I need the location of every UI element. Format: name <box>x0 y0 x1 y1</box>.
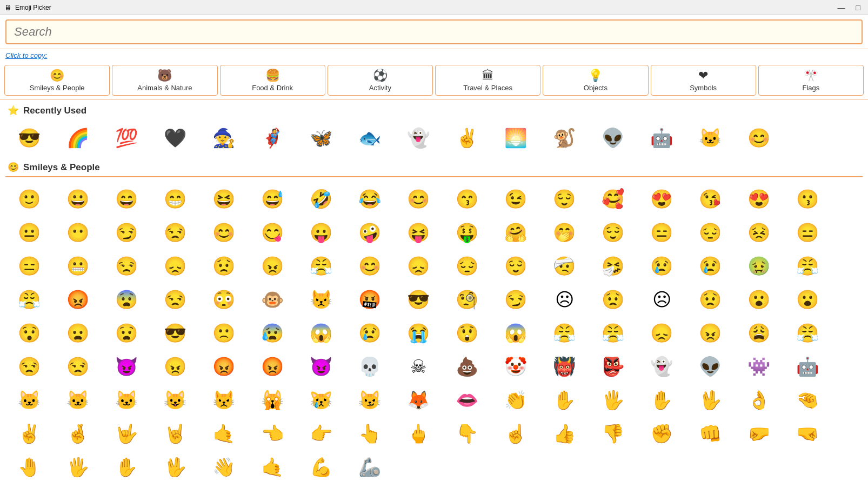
emoji-cell[interactable]: 😛 <box>297 216 345 249</box>
emoji-cell[interactable]: 😾 <box>297 283 345 316</box>
emoji-cell[interactable]: 😡 <box>54 283 102 316</box>
emoji-cell[interactable]: 😦 <box>54 317 102 349</box>
emoji-cell[interactable]: 😡 <box>249 350 296 383</box>
emoji-cell[interactable]: 💪 <box>297 451 345 483</box>
category-tab-smileys[interactable]: 😊Smileys & People <box>4 65 110 96</box>
emoji-cell[interactable]: 😮 <box>735 283 783 316</box>
emoji-cell[interactable]: 😉 <box>492 183 539 215</box>
emoji-cell[interactable]: 😔 <box>686 216 734 249</box>
emoji-cell[interactable]: 😑 <box>5 250 53 282</box>
emoji-cell[interactable]: 😯 <box>5 317 53 349</box>
emoji-cell[interactable]: 😢 <box>686 250 734 282</box>
emoji-cell[interactable]: 🥰 <box>589 183 637 215</box>
emoji-cell[interactable]: 🧙 <box>200 122 248 154</box>
emoji-cell[interactable]: 😶 <box>54 216 102 249</box>
emoji-cell[interactable]: 😟 <box>589 283 637 316</box>
emoji-cell[interactable]: 👏 <box>492 384 539 416</box>
emoji-cell[interactable]: ✊ <box>638 417 685 450</box>
emoji-cell[interactable]: ☹ <box>540 283 588 316</box>
emoji-cell[interactable]: 🦊 <box>395 384 442 416</box>
emoji-cell[interactable]: 😆 <box>200 183 248 215</box>
emoji-cell[interactable]: 💀 <box>346 350 393 383</box>
category-tab-symbols[interactable]: ❤Symbols <box>651 65 756 96</box>
category-tab-animals[interactable]: 🐻Animals & Nature <box>112 65 217 96</box>
emoji-cell[interactable]: ☹ <box>638 283 685 316</box>
emoji-cell[interactable]: 😎 <box>151 317 199 349</box>
emoji-cell[interactable]: 😳 <box>200 283 248 316</box>
emoji-cell[interactable]: 😱 <box>297 317 345 349</box>
emoji-cell[interactable]: 🐟 <box>346 122 393 154</box>
emoji-cell[interactable]: 🤢 <box>735 250 783 282</box>
emoji-cell[interactable]: 👉 <box>297 417 345 450</box>
emoji-cell[interactable]: 😰 <box>249 317 296 349</box>
emoji-cell[interactable]: 😠 <box>151 350 199 383</box>
emoji-cell[interactable]: ✋ <box>540 384 588 416</box>
emoji-cell[interactable]: 😠 <box>249 250 296 282</box>
emoji-cell[interactable]: 😒 <box>103 250 150 282</box>
emoji-cell[interactable]: 😀 <box>54 183 102 215</box>
emoji-cell[interactable]: ☝ <box>492 417 539 450</box>
emoji-cell[interactable]: 🖤 <box>151 122 199 154</box>
emoji-cell[interactable]: 😍 <box>638 183 685 215</box>
emoji-cell[interactable]: 🤭 <box>540 216 588 249</box>
emoji-cell[interactable]: 🖐 <box>589 384 637 416</box>
emoji-cell[interactable]: 🙂 <box>5 183 53 215</box>
emoji-cell[interactable]: 😊 <box>346 250 393 282</box>
emoji-cell[interactable]: 😊 <box>395 183 442 215</box>
emoji-cell[interactable]: 😎 <box>5 122 53 154</box>
emoji-cell[interactable]: 🤘 <box>151 417 199 450</box>
emoji-cell[interactable]: 😤 <box>540 317 588 349</box>
emoji-cell[interactable]: 😏 <box>103 216 150 249</box>
emoji-cell[interactable]: 😒 <box>54 350 102 383</box>
emoji-cell[interactable]: ✌ <box>443 122 491 154</box>
emoji-cell[interactable]: 🌈 <box>54 122 102 154</box>
emoji-cell[interactable]: 😿 <box>297 384 345 416</box>
search-input[interactable] <box>5 19 863 44</box>
emoji-cell[interactable]: 😬 <box>54 250 102 282</box>
emoji-cell[interactable]: 🖕 <box>395 417 442 450</box>
emoji-cell[interactable]: 😾 <box>200 384 248 416</box>
emoji-cell[interactable]: 👻 <box>638 350 685 383</box>
emoji-cell[interactable]: 😒 <box>151 283 199 316</box>
emoji-cell[interactable]: 😠 <box>686 317 734 349</box>
emoji-cell[interactable]: 😍 <box>735 183 783 215</box>
emoji-cell[interactable]: 😟 <box>686 283 734 316</box>
emoji-cell[interactable]: 😞 <box>638 317 685 349</box>
emoji-cell[interactable]: 😊 <box>735 122 783 154</box>
emoji-cell[interactable]: 🤕 <box>540 250 588 282</box>
emoji-cell[interactable]: 😈 <box>103 350 150 383</box>
emoji-cell[interactable]: 🦋 <box>297 122 345 154</box>
emoji-cell[interactable]: 🐱 <box>103 384 150 416</box>
emoji-cell[interactable]: 👎 <box>589 417 637 450</box>
emoji-cell[interactable]: 🐱 <box>54 384 102 416</box>
emoji-cell[interactable]: 🙁 <box>200 317 248 349</box>
emoji-cell[interactable]: 🤬 <box>346 283 393 316</box>
click-to-copy[interactable]: Click to copy: <box>0 49 868 62</box>
emoji-cell[interactable]: 😊 <box>200 216 248 249</box>
emoji-cell[interactable]: 😑 <box>638 216 685 249</box>
emoji-cell[interactable]: ✌ <box>5 417 53 450</box>
category-tab-flags[interactable]: 🎌Flags <box>758 65 864 96</box>
maximize-button[interactable]: □ <box>853 3 864 12</box>
emoji-cell[interactable]: 😑 <box>784 216 831 249</box>
emoji-cell[interactable]: 😎 <box>395 283 442 316</box>
emoji-cell[interactable]: 😋 <box>249 216 296 249</box>
emoji-cell[interactable]: 😢 <box>638 250 685 282</box>
category-tab-activity[interactable]: ⚽Activity <box>328 65 433 96</box>
emoji-cell[interactable]: 🐱 <box>5 384 53 416</box>
emoji-cell[interactable]: 👽 <box>589 122 637 154</box>
emoji-cell[interactable]: 🤗 <box>492 216 539 249</box>
emoji-cell[interactable]: 💯 <box>103 122 150 154</box>
emoji-cell[interactable]: 😧 <box>103 317 150 349</box>
emoji-cell[interactable]: 🤑 <box>443 216 491 249</box>
emoji-cell[interactable]: 👽 <box>686 350 734 383</box>
emoji-cell[interactable]: 😏 <box>492 283 539 316</box>
emoji-cell[interactable]: 🐵 <box>249 283 296 316</box>
emoji-cell[interactable]: 👈 <box>249 417 296 450</box>
emoji-cell[interactable]: 😱 <box>492 317 539 349</box>
emoji-cell[interactable]: 😒 <box>151 216 199 249</box>
emoji-cell[interactable]: 😅 <box>249 183 296 215</box>
emoji-cell[interactable]: 😌 <box>589 216 637 249</box>
emoji-cell[interactable]: 👋 <box>200 451 248 483</box>
emoji-cell[interactable]: 😙 <box>443 183 491 215</box>
